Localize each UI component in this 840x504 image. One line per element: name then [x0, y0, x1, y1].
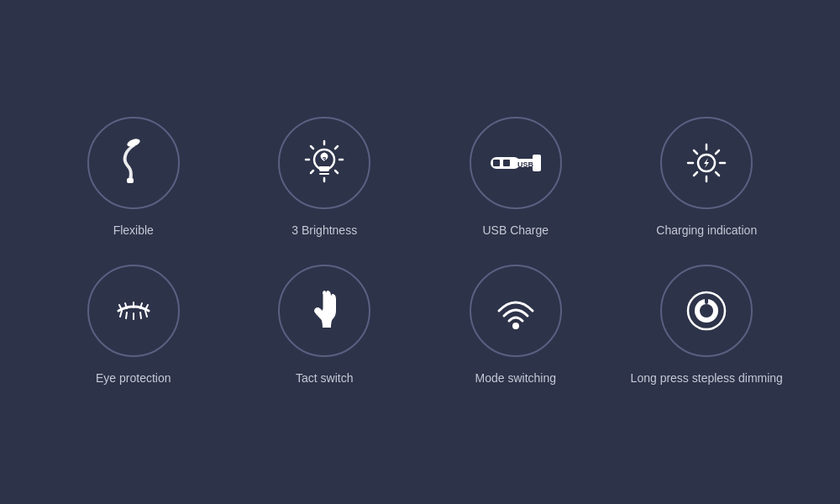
- svg-line-8: [335, 171, 338, 173]
- usb-icon-circle: USB: [470, 117, 562, 209]
- svg-line-31: [140, 312, 141, 318]
- svg-rect-15: [533, 155, 541, 171]
- features-grid: Flexible 3 3 Brightness: [42, 117, 798, 386]
- svg-text:USB: USB: [517, 160, 534, 169]
- svg-line-25: [716, 172, 719, 176]
- brightness-icon-circle: 3: [278, 117, 370, 209]
- dimming-label: Long press stepless dimming: [631, 370, 783, 387]
- charging-icon-circle: [660, 117, 753, 209]
- eye-label: Eye protection: [96, 370, 171, 387]
- tact-icon-circle: [278, 265, 370, 357]
- feature-dimming: Long press stepless dimming: [616, 265, 799, 387]
- svg-line-29: [126, 312, 127, 318]
- svg-line-32: [145, 311, 147, 317]
- svg-point-39: [512, 323, 519, 329]
- svg-line-7: [311, 146, 313, 149]
- flexible-label: Flexible: [113, 223, 154, 239]
- feature-brightness: 3 3 Brightness: [234, 117, 417, 239]
- svg-line-26: [716, 150, 719, 154]
- feature-charging: Charging indication: [616, 117, 799, 239]
- svg-line-28: [120, 311, 122, 317]
- svg-line-27: [694, 172, 697, 176]
- svg-rect-16: [493, 160, 500, 166]
- dimming-icon-circle: [660, 265, 753, 357]
- feature-mode: Mode switching: [424, 265, 607, 387]
- tact-label: Tact switch: [296, 370, 353, 387]
- svg-rect-17: [503, 160, 510, 166]
- svg-line-10: [311, 171, 313, 173]
- mode-icon-circle: [470, 265, 562, 357]
- eye-icon-circle: [87, 265, 180, 357]
- svg-line-9: [335, 146, 338, 149]
- usb-label: USB Charge: [482, 223, 549, 239]
- svg-point-42: [700, 304, 713, 318]
- feature-usb: USB USB Charge: [424, 117, 607, 239]
- svg-rect-1: [127, 178, 134, 183]
- flexible-icon-circle: [87, 117, 180, 209]
- charging-label: Charging indication: [656, 223, 757, 239]
- feature-flexible: Flexible: [42, 117, 225, 239]
- svg-text:3: 3: [323, 155, 327, 164]
- feature-eye: Eye protection: [42, 265, 225, 387]
- brightness-label: 3 Brightness: [291, 223, 357, 239]
- mode-label: Mode switching: [475, 370, 557, 387]
- svg-line-24: [694, 150, 697, 154]
- feature-tact: Tact switch: [234, 265, 417, 387]
- svg-rect-43: [705, 297, 708, 304]
